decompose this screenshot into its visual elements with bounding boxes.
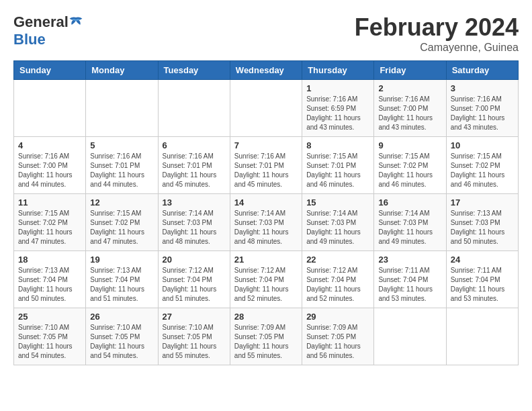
day-number: 5 [90,140,153,150]
day-number: 17 [451,197,514,208]
day-number: 28 [234,312,298,322]
day-info: Sunrise: 7:16 AM Sunset: 7:00 PM Dayligh… [18,152,81,189]
day-number: 15 [306,197,369,208]
calendar-cell: 17Sunrise: 7:13 AM Sunset: 7:03 PM Dayli… [446,194,518,251]
day-number: 4 [18,140,81,150]
calendar-cell: 7Sunrise: 7:16 AM Sunset: 7:01 PM Daylig… [230,137,302,194]
calendar-week-row: 1Sunrise: 7:16 AM Sunset: 6:59 PM Daylig… [14,80,519,137]
calendar-cell: 29Sunrise: 7:09 AM Sunset: 7:05 PM Dayli… [302,308,374,365]
calendar-cell [230,80,302,137]
logo-blue-text: Blue [13,31,46,48]
day-info: Sunrise: 7:12 AM Sunset: 7:04 PM Dayligh… [163,266,226,304]
calendar-cell: 14Sunrise: 7:14 AM Sunset: 7:03 PM Dayli… [230,194,302,251]
day-info: Sunrise: 7:15 AM Sunset: 7:02 PM Dayligh… [90,209,153,246]
day-info: Sunrise: 7:15 AM Sunset: 7:02 PM Dayligh… [18,209,81,246]
calendar-cell: 4Sunrise: 7:16 AM Sunset: 7:00 PM Daylig… [14,137,86,194]
day-number: 25 [18,312,81,322]
day-number: 7 [234,140,298,150]
header-cell-tuesday: Tuesday [158,61,230,80]
calendar-cell: 18Sunrise: 7:13 AM Sunset: 7:04 PM Dayli… [14,251,86,308]
day-info: Sunrise: 7:16 AM Sunset: 7:00 PM Dayligh… [378,95,441,132]
calendar-header-row: SundayMondayTuesdayWednesdayThursdayFrid… [14,61,519,80]
header-cell-sunday: Sunday [14,61,86,80]
page-header: General Blue February 2024 Camayenne, Gu… [13,13,519,54]
month-year-title: February 2024 [355,13,519,42]
day-info: Sunrise: 7:09 AM Sunset: 7:05 PM Dayligh… [234,323,298,361]
calendar-cell: 12Sunrise: 7:15 AM Sunset: 7:02 PM Dayli… [86,194,158,251]
calendar-cell: 8Sunrise: 7:15 AM Sunset: 7:01 PM Daylig… [302,137,374,194]
day-info: Sunrise: 7:16 AM Sunset: 7:00 PM Dayligh… [451,95,514,132]
calendar-cell: 25Sunrise: 7:10 AM Sunset: 7:05 PM Dayli… [14,308,86,365]
day-info: Sunrise: 7:11 AM Sunset: 7:04 PM Dayligh… [378,266,441,304]
calendar-cell: 13Sunrise: 7:14 AM Sunset: 7:03 PM Dayli… [158,194,230,251]
calendar-cell: 9Sunrise: 7:15 AM Sunset: 7:02 PM Daylig… [374,137,446,194]
day-number: 16 [378,197,441,208]
day-info: Sunrise: 7:10 AM Sunset: 7:05 PM Dayligh… [18,323,81,361]
day-number: 23 [378,255,441,265]
calendar-week-row: 11Sunrise: 7:15 AM Sunset: 7:02 PM Dayli… [14,194,519,251]
calendar-cell: 28Sunrise: 7:09 AM Sunset: 7:05 PM Dayli… [230,308,302,365]
calendar-cell: 21Sunrise: 7:12 AM Sunset: 7:04 PM Dayli… [230,251,302,308]
day-number: 14 [234,197,298,208]
day-number: 12 [90,197,153,208]
day-number: 8 [306,140,369,150]
day-info: Sunrise: 7:15 AM Sunset: 7:02 PM Dayligh… [378,152,441,189]
header-cell-friday: Friday [374,61,446,80]
logo: General Blue [13,13,83,48]
calendar-cell [158,80,230,137]
calendar-week-row: 4Sunrise: 7:16 AM Sunset: 7:00 PM Daylig… [14,137,519,194]
title-area: February 2024 Camayenne, Guinea [355,13,519,54]
day-number: 18 [18,255,81,265]
day-info: Sunrise: 7:13 AM Sunset: 7:03 PM Dayligh… [451,209,514,246]
day-info: Sunrise: 7:10 AM Sunset: 7:05 PM Dayligh… [163,323,226,361]
calendar-cell: 10Sunrise: 7:15 AM Sunset: 7:02 PM Dayli… [446,137,518,194]
calendar-table: SundayMondayTuesdayWednesdayThursdayFrid… [13,60,519,365]
day-number: 9 [378,140,441,150]
calendar-cell: 24Sunrise: 7:11 AM Sunset: 7:04 PM Dayli… [446,251,518,308]
calendar-cell: 11Sunrise: 7:15 AM Sunset: 7:02 PM Dayli… [14,194,86,251]
day-number: 29 [306,312,369,322]
logo-bird-icon [69,15,83,29]
calendar-cell: 22Sunrise: 7:12 AM Sunset: 7:04 PM Dayli… [302,251,374,308]
calendar-cell: 20Sunrise: 7:12 AM Sunset: 7:04 PM Dayli… [158,251,230,308]
calendar-cell [374,308,446,365]
day-info: Sunrise: 7:16 AM Sunset: 7:01 PM Dayligh… [234,152,298,189]
logo-general-text: General [13,13,69,31]
calendar-cell: 1Sunrise: 7:16 AM Sunset: 6:59 PM Daylig… [302,80,374,137]
day-info: Sunrise: 7:15 AM Sunset: 7:02 PM Dayligh… [451,152,514,189]
day-number: 2 [378,83,441,93]
calendar-cell [14,80,86,137]
calendar-cell: 6Sunrise: 7:16 AM Sunset: 7:01 PM Daylig… [158,137,230,194]
day-info: Sunrise: 7:14 AM Sunset: 7:03 PM Dayligh… [163,209,226,246]
day-number: 19 [90,255,153,265]
calendar-cell: 15Sunrise: 7:14 AM Sunset: 7:03 PM Dayli… [302,194,374,251]
calendar-cell: 19Sunrise: 7:13 AM Sunset: 7:04 PM Dayli… [86,251,158,308]
calendar-cell: 23Sunrise: 7:11 AM Sunset: 7:04 PM Dayli… [374,251,446,308]
day-info: Sunrise: 7:16 AM Sunset: 7:01 PM Dayligh… [90,152,153,189]
header-cell-monday: Monday [86,61,158,80]
calendar-cell: 5Sunrise: 7:16 AM Sunset: 7:01 PM Daylig… [86,137,158,194]
header-cell-saturday: Saturday [446,61,518,80]
day-info: Sunrise: 7:14 AM Sunset: 7:03 PM Dayligh… [234,209,298,246]
day-number: 6 [163,140,226,150]
calendar-cell: 3Sunrise: 7:16 AM Sunset: 7:00 PM Daylig… [446,80,518,137]
day-info: Sunrise: 7:16 AM Sunset: 6:59 PM Dayligh… [306,95,369,132]
day-info: Sunrise: 7:13 AM Sunset: 7:04 PM Dayligh… [90,266,153,304]
day-info: Sunrise: 7:14 AM Sunset: 7:03 PM Dayligh… [306,209,369,246]
day-number: 3 [451,83,514,93]
day-number: 21 [234,255,298,265]
day-info: Sunrise: 7:11 AM Sunset: 7:04 PM Dayligh… [451,266,514,304]
day-number: 22 [306,255,369,265]
calendar-cell: 26Sunrise: 7:10 AM Sunset: 7:05 PM Dayli… [86,308,158,365]
day-number: 27 [163,312,226,322]
day-number: 13 [163,197,226,208]
location-subtitle: Camayenne, Guinea [355,42,519,54]
calendar-cell [86,80,158,137]
day-info: Sunrise: 7:13 AM Sunset: 7:04 PM Dayligh… [18,266,81,304]
day-info: Sunrise: 7:12 AM Sunset: 7:04 PM Dayligh… [306,266,369,304]
calendar-cell: 27Sunrise: 7:10 AM Sunset: 7:05 PM Dayli… [158,308,230,365]
day-number: 26 [90,312,153,322]
calendar-week-row: 25Sunrise: 7:10 AM Sunset: 7:05 PM Dayli… [14,308,519,365]
calendar-cell [446,308,518,365]
day-info: Sunrise: 7:10 AM Sunset: 7:05 PM Dayligh… [90,323,153,361]
